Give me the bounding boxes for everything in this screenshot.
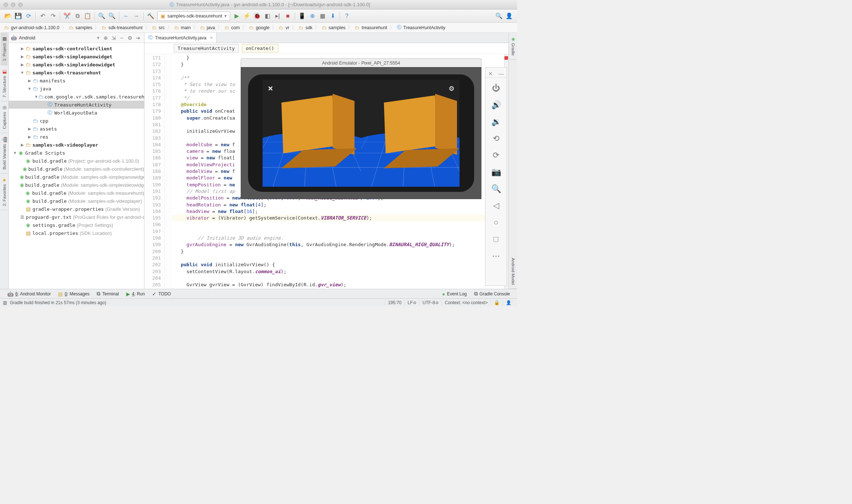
line-separator[interactable]: LF≎ (404, 300, 419, 305)
crumb[interactable]: 🗀java (199, 23, 217, 32)
tab-run[interactable]: ▶4: Run (123, 289, 148, 298)
tree-arrow-icon[interactable]: ▼ (34, 94, 38, 99)
tab-event-log[interactable]: ●Event Log (438, 289, 470, 298)
status-bar-toggle-icon[interactable]: ▥ (3, 300, 7, 305)
overview-icon[interactable]: □ (489, 231, 503, 248)
download-icon[interactable]: ⬇ (328, 11, 337, 21)
tree-node[interactable]: ⒸTreasureHuntActivity (9, 101, 144, 109)
tab-android-monitor[interactable]: 🤖6: Android Monitor (4, 289, 54, 298)
vr-close-icon[interactable]: ✕ (268, 85, 273, 93)
tab-structure[interactable]: 7: Structure◧ (1, 65, 8, 101)
debug-button[interactable]: 🐞 (252, 11, 262, 21)
copy-icon[interactable]: ⧉ (73, 11, 82, 21)
tab-terminal[interactable]: ⧉Terminal (93, 289, 122, 298)
tab-android-model[interactable]: Android Model (510, 254, 516, 289)
cursor-position[interactable]: 195:70 (385, 300, 404, 305)
tree-node[interactable]: ▶🗀samples-sdk-controllerclient (9, 44, 144, 53)
tree-node[interactable]: ▤gradle-wrapper.properties (Gradle Versi… (9, 205, 144, 213)
tree-arrow-icon[interactable]: ▶ (27, 127, 32, 131)
emulator-window[interactable]: ✕ ⚙ (241, 67, 481, 199)
rotate-right-icon[interactable]: ⟳ (489, 147, 503, 164)
settings-icon[interactable]: ⚙ (126, 34, 134, 42)
tab-build-variants[interactable]: Build Variants🤖 (1, 133, 8, 174)
tree-node[interactable]: ▼🗀java (9, 85, 144, 93)
lock-icon[interactable]: 🔒 (491, 300, 503, 305)
open-icon[interactable]: 📂 (3, 11, 13, 21)
tree-node[interactable]: ◉build.gradle (Module: samples-sdk-simpl… (9, 181, 144, 189)
tab-project[interactable]: 1: Project▦ (1, 33, 8, 65)
tab-captures[interactable]: Captures◎ (1, 101, 8, 133)
avd-manager-icon[interactable]: 📱 (297, 11, 307, 21)
close-window-button[interactable] (4, 3, 8, 7)
undo-icon[interactable]: ↶ (38, 11, 47, 21)
layout-inspector-icon[interactable]: ▦ (318, 11, 327, 21)
tree-arrow-icon[interactable]: ▶ (27, 78, 32, 83)
profile-icon[interactable]: ◧ (263, 11, 272, 21)
file-encoding[interactable]: UTF-8≎ (419, 300, 442, 305)
tree-node[interactable]: ▶🗀manifests (9, 77, 144, 85)
tree-arrow-icon[interactable]: ▼ (12, 151, 18, 155)
context[interactable]: Context: <no context> (442, 300, 491, 305)
crumb[interactable]: 🗀sdk (297, 23, 314, 32)
tree-node[interactable]: 🗎proguard-gvr.txt (ProGuard Rules for gv… (9, 213, 144, 221)
tree-arrow-icon[interactable]: ▼ (20, 70, 25, 75)
expand-icon[interactable]: ↔ (118, 34, 126, 42)
crumb[interactable]: 🗀src (151, 23, 166, 32)
tree-node[interactable]: ◉build.gradle (Module: samples-sdk-contr… (9, 165, 144, 173)
screenshot-icon[interactable]: 📷 (489, 164, 503, 181)
attach-debugger-icon[interactable]: ▸| (273, 11, 282, 21)
crumb[interactable]: 🗀google (248, 23, 271, 32)
replace-icon[interactable]: 🔍 (107, 11, 117, 21)
stop-button[interactable]: ■ (283, 11, 293, 21)
project-tree[interactable]: ▶🗀samples-sdk-controllerclient▶🗀samples-… (9, 43, 144, 289)
run-configuration-dropdown[interactable]: ▣ samples-sdk-treasurehunt ▾ (157, 11, 230, 21)
user-icon[interactable]: 👤 (504, 11, 514, 21)
tree-arrow-icon[interactable]: ▶ (20, 62, 25, 67)
apply-changes-icon[interactable]: ⚡ (242, 11, 252, 21)
tree-node[interactable]: ▼◉Gradle Scripts (9, 149, 144, 157)
paste-icon[interactable]: 📋 (83, 11, 92, 21)
tab-todo[interactable]: ✓TODO (148, 289, 174, 298)
vr-settings-icon[interactable]: ⚙ (449, 85, 454, 93)
redo-icon[interactable]: ↷ (48, 11, 58, 21)
tree-node[interactable]: ▤local.properties (SDK Location) (9, 229, 144, 237)
crumb[interactable]: 🗀main (173, 23, 192, 32)
tree-node[interactable]: ⒸWorldLayoutData (9, 109, 144, 117)
hide-icon[interactable]: ⇥ (134, 34, 142, 42)
target-icon[interactable]: ⊕ (102, 34, 110, 42)
tree-node[interactable]: ◉settings.gradle (Project Settings) (9, 221, 144, 229)
crumb[interactable]: 🗀vr (278, 23, 291, 32)
zoom-window-button[interactable] (18, 3, 23, 7)
emulator-close-icon[interactable]: ✕ (488, 71, 493, 77)
tree-node[interactable]: ▶🗀samples-sdk-simplevideowidget (9, 61, 144, 69)
tab-gradle[interactable]: ◉Gradle (510, 33, 516, 60)
tree-node[interactable]: ▼🗀samples-sdk-treasurehunt (9, 69, 144, 77)
tab-favorites[interactable]: 2: Favorites★ (1, 174, 8, 210)
cut-icon[interactable]: ✂️ (62, 11, 72, 21)
make-project-icon[interactable]: 🔨 (146, 11, 155, 21)
tree-arrow-icon[interactable]: ▶ (20, 143, 25, 147)
crumb[interactable]: 🗀sdk-treasurehunt (100, 23, 144, 32)
power-icon[interactable]: ⏻ (489, 80, 503, 97)
project-view-title[interactable]: Android (19, 35, 97, 40)
find-icon[interactable]: 🔍 (97, 11, 106, 21)
crumb[interactable]: 🗀samples (321, 23, 347, 32)
run-button[interactable]: ▶ (232, 11, 241, 21)
home-icon[interactable]: ○ (489, 214, 503, 231)
volume-up-icon[interactable]: 🔊 (489, 97, 503, 113)
crumb[interactable]: 🗀treasurehunt (353, 23, 388, 32)
crumb-method[interactable]: onCreate() (242, 44, 278, 53)
editor-tab[interactable]: Ⓒ TreasureHuntActivity.java × (144, 33, 217, 43)
tree-node[interactable]: ▼🗀com.google.vr.sdk.samples.treasurehunt (9, 93, 144, 101)
tree-arrow-icon[interactable]: ▶ (27, 135, 32, 139)
zoom-icon[interactable]: 🔍 (489, 181, 503, 197)
hector-icon[interactable]: 👤 (503, 300, 514, 305)
collapse-all-icon[interactable]: ⇲ (110, 34, 118, 42)
tree-node[interactable]: ▶🗀res (9, 133, 144, 141)
more-icon[interactable]: ⋯ (489, 248, 503, 264)
search-everywhere-icon[interactable]: 🔍 (494, 11, 504, 21)
tree-node[interactable]: ◉build.gradle (Module: samples-sdk-treas… (9, 189, 144, 197)
tree-arrow-icon[interactable]: ▼ (27, 86, 32, 91)
back-icon[interactable]: ◁ (489, 197, 503, 214)
crumb[interactable]: 🗀gvr-android-sdk-1.100.0 (3, 23, 61, 32)
